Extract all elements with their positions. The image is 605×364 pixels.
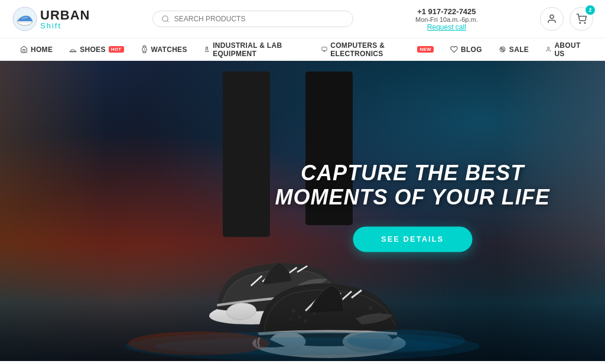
logo[interactable]: URBAN Shift [12,6,90,32]
search-icon [161,15,170,23]
header-actions: 2 [540,7,593,31]
nav-item-sale[interactable]: SALE [490,38,537,60]
nav-item-shoes[interactable]: SHOES HOT [61,38,132,60]
nav-label-shoes: SHOES [80,46,106,54]
nav-label-watches: WATCHES [151,46,187,54]
search-input[interactable] [174,15,344,23]
hero-section: CAPTURE THE BEST MOMENTS OF YOUR LIFE SE… [0,61,605,361]
main-nav: HOME SHOES HOT WATCHES INDUSTRIAL & LAB … [0,38,605,61]
logo-shift: Shift [40,22,90,30]
blog-icon [450,46,458,53]
header-contact: +1 917-722-7425 Mon-Fri 10a.m.-6p.m. Req… [415,7,478,31]
svg-rect-20 [223,72,270,237]
hero-title-line1: CAPTURE THE BEST [301,161,524,185]
nav-label-computers: COMPUTERS & ELECTRONICS [330,41,414,58]
logo-icon [12,6,38,32]
request-call-link[interactable]: Request call [415,23,478,31]
svg-point-16 [501,48,502,49]
shoe-icon [69,46,77,53]
nav-label-home: HOME [31,46,53,54]
header: URBAN Shift +1 917-722-7425 Mon-Fri 10a.… [0,0,605,38]
shoes-hot-badge: HOT [109,46,124,53]
account-button[interactable] [540,7,564,31]
nav-item-watches[interactable]: WATCHES [132,38,196,60]
cart-badge: 2 [586,5,595,15]
svg-point-17 [503,50,504,51]
nav-item-blog[interactable]: BLOG [442,38,490,60]
hero-title-line2: MOMENTS OF YOUR LIFE [275,186,549,210]
hero-title: CAPTURE THE BEST MOMENTS OF YOUR LIFE [275,161,549,210]
nav-label-industrial: INDUSTRIAL & LAB EQUIPMENT [213,41,305,58]
account-icon [547,14,557,24]
logo-text: URBAN Shift [40,9,90,30]
svg-point-19 [548,47,549,49]
cart-button[interactable]: 2 [570,7,593,31]
hero-content: CAPTURE THE BEST MOMENTS OF YOUR LIFE SE… [275,161,549,252]
home-icon [20,46,28,53]
about-user-icon [545,46,551,53]
nav-item-about[interactable]: ABOUT US [537,38,593,60]
nav-item-computers[interactable]: COMPUTERS & ELECTRONICS NEW [313,38,442,60]
watch-icon [141,46,148,53]
nav-label-sale: SALE [509,46,529,54]
hero-cta-button[interactable]: SEE DETAILS [353,226,472,252]
nav-item-home[interactable]: HOME [12,38,61,60]
cart-icon [576,14,587,24]
logo-urban: URBAN [40,9,90,22]
business-hours: Mon-Fri 10a.m.-6p.m. [415,16,478,23]
nav-label-about: ABOUT US [554,41,585,58]
svg-point-7 [550,15,554,18]
nav-label-blog: BLOG [461,46,482,54]
phone-number: +1 917-722-7425 [415,7,478,16]
svg-point-9 [584,22,586,24]
svg-rect-13 [322,47,327,51]
svg-point-5 [162,16,167,21]
computers-new-badge: NEW [417,46,434,53]
lab-icon [204,46,210,53]
computer-icon [321,46,327,53]
svg-line-18 [501,48,503,50]
svg-line-6 [167,21,168,22]
svg-point-8 [580,22,581,24]
street-reflection [0,302,605,361]
sale-icon [499,46,506,53]
search-bar[interactable] [152,11,353,27]
nav-item-industrial[interactable]: INDUSTRIAL & LAB EQUIPMENT [196,38,314,60]
